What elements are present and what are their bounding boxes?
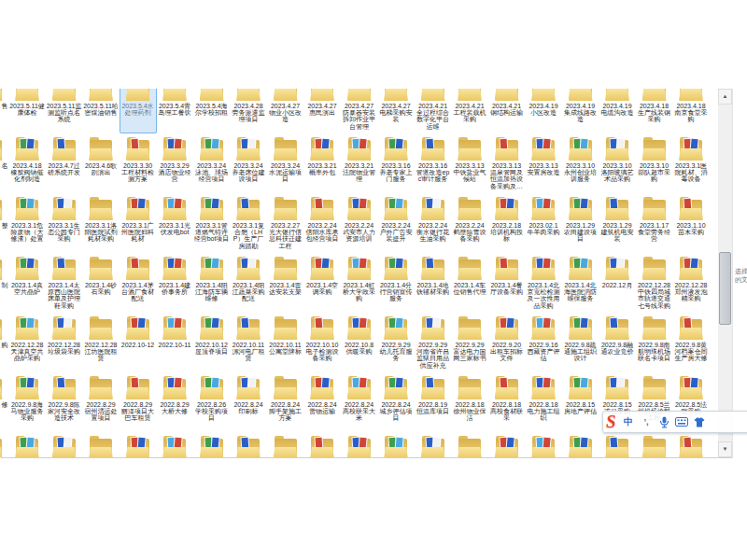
file-item[interactable]: [120, 436, 157, 457]
file-item[interactable]: [451, 436, 488, 457]
file-item[interactable]: [341, 436, 378, 457]
file-item[interactable]: 2023.4.28劳务派遣监理项目: [230, 89, 267, 123]
file-item[interactable]: 2022.9.29河南省许昌监狱日用品供应补充: [415, 316, 452, 369]
file-item[interactable]: 2023.3.1广州医院妇科耗材: [120, 197, 157, 243]
microphone-icon[interactable]: [655, 413, 673, 431]
file-item[interactable]: 2023.3.16养老专家上门服务: [377, 137, 415, 183]
file-item[interactable]: 2022.8.5法院采购: [672, 376, 710, 414]
file-item[interactable]: 2023.3.1医院耗材、消毒设备: [672, 137, 710, 183]
file-item[interactable]: 2023.4.18南京食堂采购: [672, 89, 710, 123]
file-item[interactable]: 2022.9.8陈家河安全改造技术: [46, 376, 83, 422]
file-item[interactable]: [267, 436, 304, 457]
file-item[interactable]: [415, 436, 452, 457]
file-item[interactable]: 2023.1.17食堂劳务经营: [636, 197, 673, 243]
sogou-logo-icon[interactable]: S: [606, 413, 616, 430]
file-item[interactable]: 2022.8.24印刷标: [230, 376, 267, 414]
file-item[interactable]: 2023.3.1生态公园专门采购: [46, 197, 83, 243]
file-item[interactable]: 2023.1.4车位销售代理: [451, 257, 488, 295]
file-item[interactable]: [193, 436, 231, 457]
file-item[interactable]: 2023.1.4雷达安装支架: [267, 257, 304, 295]
file-item[interactable]: 2022.10.11公寓堂牌标: [267, 316, 304, 355]
file-item[interactable]: 2023.5.11健康体检: [8, 89, 46, 116]
file-item[interactable]: [672, 436, 710, 457]
file-item[interactable]: 2022.9.8疏通施工组织设计: [562, 316, 599, 362]
file-item[interactable]: 2023.3.10永州创业培训服务: [562, 137, 599, 183]
file-item[interactable]: 2023.1.4分行营销宣传服务: [377, 257, 415, 302]
file-item[interactable]: 2023.3.13温泉管网及恒温加热设备采购及…: [488, 137, 526, 189]
file-item[interactable]: 2023.4.7过磅系统开发: [46, 137, 83, 175]
file-item[interactable]: 2023.3.16管道改造epc审计服务: [415, 137, 452, 183]
file-item[interactable]: 2023.3.13中铁盐业气候站: [451, 137, 488, 183]
file-item[interactable]: 2023.1.4阳江海防车辆维修: [193, 257, 231, 302]
file-item[interactable]: 2023.3.10部队超市采购: [636, 137, 673, 183]
file-item[interactable]: 2022.8.15冻品采购: [599, 376, 636, 414]
file-item[interactable]: 2023.3.13安置房改造: [525, 137, 562, 175]
file-item[interactable]: 2023.3.21概率外包: [303, 137, 341, 175]
file-item[interactable]: [525, 436, 562, 457]
file-item[interactable]: 2023.4.21全过程综合数字化平台运维: [415, 89, 452, 130]
file-item[interactable]: 2022.10.11漯河电厂租赁: [230, 316, 267, 362]
file-item[interactable]: 2023.1.29建筑机电安装: [599, 197, 636, 243]
file-item[interactable]: [230, 436, 267, 457]
file-item[interactable]: 2022.12.28郑州液发泡精采购: [672, 257, 710, 302]
file-item[interactable]: 2022.9.20出租车招标文件: [488, 316, 526, 362]
file-item[interactable]: 2023.1.4北海医院消防维保服务: [562, 257, 599, 302]
scrollbar-thumb[interactable]: [719, 252, 731, 325]
file-item[interactable]: 2022.12.28江坊医院租赁: [82, 316, 120, 362]
chinese-mode-icon[interactable]: 中: [620, 413, 638, 431]
file-item[interactable]: 2023.1.4太原西山医院床单及护理鞋采购: [46, 257, 83, 309]
file-item[interactable]: 2023.5.11监测监听点名系统: [46, 89, 83, 123]
punctuation-icon[interactable]: ’,: [638, 413, 655, 431]
file-item[interactable]: 2022.8.26学校采购项目: [193, 376, 231, 422]
file-item[interactable]: 2023.02.1牛羊肉采购: [525, 197, 562, 235]
file-item[interactable]: 2022.10.8供暖采购: [341, 316, 378, 355]
file-item[interactable]: 2023.4.19小区改造: [525, 89, 562, 116]
file-item[interactable]: 2023.4.6歌剧演出: [82, 137, 120, 175]
file-item[interactable]: 2023.1.4建侨事务所: [156, 257, 193, 295]
file-item[interactable]: 2023.2.24鹤壁除雪设备采购: [451, 197, 488, 243]
file-item[interactable]: [303, 436, 341, 457]
file-item[interactable]: [377, 436, 415, 457]
file-item[interactable]: 2022.9.8南航明珠机场联名卡项目: [636, 316, 673, 362]
file-item[interactable]: 2022.8.18电力施工组织: [525, 376, 562, 422]
file-item[interactable]: 2022.9.29富达电力国网三家标书: [451, 316, 488, 362]
file-item[interactable]: 2022.10.12屋顶脊项目: [193, 316, 231, 355]
file-item[interactable]: 2023.4.18生产线装钢采购: [636, 89, 673, 123]
file-item[interactable]: 2023.4.19集成线路改造: [562, 89, 599, 123]
file-item[interactable]: 2023.1.4北京宽松检测及一次性用品采购: [525, 257, 562, 309]
file-item[interactable]: 2022.9.16西藏资产评估: [525, 316, 562, 362]
file-item[interactable]: [488, 436, 526, 457]
file-item[interactable]: [562, 436, 599, 457]
file-item[interactable]: 2023.5.4海尔学校招租: [193, 89, 231, 116]
file-item[interactable]: 2023.5.11哈密煤油销售: [82, 89, 120, 116]
file-item[interactable]: 2023.4.27防暴器安装拆卸作业平台管理: [341, 89, 378, 130]
file-item[interactable]: 2023.3.1复合肥（LHP）生产厂房踏勘: [230, 197, 267, 249]
file-item[interactable]: 2023.1.29农田建设项目: [562, 197, 599, 243]
file-item[interactable]: 2022.8.29丽泽项目大巴车租赁: [120, 376, 157, 422]
file-item[interactable]: 2022.8.18高校食材联采: [488, 376, 526, 422]
file-item[interactable]: 2023.1.4阳江蔬菜采购配送: [230, 257, 267, 302]
file-item[interactable]: 2023.2.18培训机构投标: [488, 197, 526, 243]
keyboard-icon[interactable]: [673, 413, 691, 431]
file-item[interactable]: 2023.2.27光大银行信息科技迁建工程: [267, 197, 304, 249]
file-item[interactable]: 2022.8.24脚手架施工方案: [267, 376, 304, 422]
file-item[interactable]: 2022.9.29幼儿托育服务: [377, 316, 415, 362]
file-item[interactable]: 2022.8.24城乡评估项目: [377, 376, 415, 422]
file-item[interactable]: 2023.3.1管道燃气特许经营bot项目: [193, 197, 231, 243]
file-item[interactable]: 2022.12月: [599, 257, 636, 288]
file-item[interactable]: 2023.4.18橡胶阀钠催化剂制造: [8, 137, 46, 183]
ime-toolbar[interactable]: S 中 ’,: [602, 411, 747, 433]
file-item[interactable]: 2023.1.4地铁辅材采购: [415, 257, 452, 295]
file-item[interactable]: [636, 436, 673, 457]
file-item[interactable]: 2023.1.4茅台酒厂食材配送: [120, 257, 157, 302]
file-item[interactable]: 2023.1.10苗木采购: [672, 197, 710, 235]
file-item[interactable]: 2022.8.19恒温库项目: [415, 376, 452, 414]
file-item[interactable]: 2022.12.28中铁四局城市轨道交通七号线采购: [636, 257, 673, 309]
file-item[interactable]: 2023.1.4餐厅设备采购: [488, 257, 526, 295]
file-item[interactable]: 2022.10-11: [156, 316, 193, 348]
file-item[interactable]: 2023.3.24养老床位建设项目: [230, 137, 267, 183]
file-item[interactable]: 2023.3.24水泥运输项目: [267, 137, 304, 183]
file-item[interactable]: 2023.5.4青岛理工餐饮: [156, 89, 193, 116]
file-item[interactable]: 2022.10.10电子检测设备采购: [303, 316, 341, 362]
file-item[interactable]: 2023.2.24信阳水库承包经营项目: [303, 197, 341, 243]
